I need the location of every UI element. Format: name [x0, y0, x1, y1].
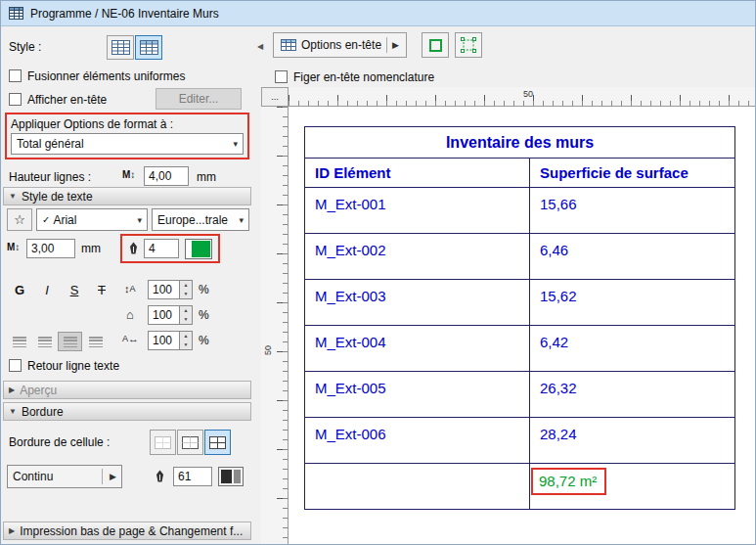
- schedule-settings-window: Programme / NE-06 Inventaire Murs Style …: [0, 0, 756, 545]
- star-icon: ☆: [14, 212, 25, 227]
- spin-up-icon[interactable]: ▲: [180, 281, 192, 290]
- bold-button[interactable]: G: [7, 279, 32, 300]
- header-options-button[interactable]: Options en-tête ▶: [273, 32, 407, 58]
- strikethrough-button[interactable]: T: [89, 279, 114, 300]
- style-variant-2-button[interactable]: [135, 35, 162, 60]
- ruler-mark-50: 50: [263, 345, 273, 355]
- uniform-settings-button[interactable]: [422, 32, 449, 58]
- cell-area[interactable]: 15,62: [530, 280, 735, 326]
- schedule-table: Inventaire des murs ID Elément Superfici…: [304, 126, 735, 510]
- line-spacing-unit: %: [199, 283, 209, 296]
- section-footer-print[interactable]: ▶ Impression bas de page & Changement f.…: [3, 522, 251, 540]
- cell-area[interactable]: 15,66: [530, 188, 735, 234]
- border-none-icon: [155, 436, 171, 449]
- ruler-options-button[interactable]: ...: [261, 87, 289, 107]
- row-height-input[interactable]: 4,00: [144, 166, 189, 186]
- spin-up-icon[interactable]: ▲: [180, 332, 192, 341]
- table-title-cell[interactable]: Inventaire des murs: [305, 127, 735, 159]
- tracking-unit: %: [199, 334, 209, 347]
- line-spacing-field[interactable]: 100 ▲ ▼: [148, 280, 193, 299]
- line-spacing-input[interactable]: 100: [148, 280, 179, 299]
- tracking-field[interactable]: 100 ▲ ▼: [148, 331, 193, 350]
- section-border[interactable]: ▼ Bordure: [3, 402, 251, 421]
- favorite-style-button[interactable]: ☆: [7, 208, 32, 231]
- border-pen-input[interactable]: 61: [173, 467, 212, 486]
- align-justify-icon: [64, 337, 77, 347]
- divider: [102, 469, 103, 484]
- column-header-area[interactable]: Superficie de surface: [530, 159, 735, 188]
- select-area-button[interactable]: [455, 32, 482, 58]
- border-outline-button[interactable]: [177, 430, 203, 455]
- schedule-canvas[interactable]: Inventaire des murs ID Elément Superfici…: [289, 107, 756, 545]
- cell-area[interactable]: 6,42: [530, 326, 735, 372]
- freeze-header-label: Figer en-tête nomenclature: [293, 70, 434, 84]
- align-right-button[interactable]: [83, 332, 108, 351]
- freeze-header-checkbox[interactable]: [275, 70, 288, 83]
- apply-format-select[interactable]: Total général ▾: [11, 133, 244, 155]
- section-preview[interactable]: ▶ Aperçu: [3, 381, 251, 399]
- align-justify-button[interactable]: [58, 332, 82, 351]
- cell-element-id[interactable]: M_Ext-001: [305, 188, 530, 234]
- underline-button[interactable]: S: [62, 279, 87, 300]
- line-type-select[interactable]: Continu ▶: [7, 465, 122, 488]
- tracking-icon: A↔: [122, 333, 139, 344]
- font-encoding-select[interactable]: Europe...trale ▾: [152, 208, 249, 231]
- italic-button[interactable]: I: [34, 279, 60, 300]
- spin-down-icon[interactable]: ▼: [180, 315, 192, 324]
- border-none-button[interactable]: [150, 430, 176, 455]
- total-empty-cell[interactable]: [305, 464, 530, 510]
- text-pen-input[interactable]: 4: [144, 239, 179, 258]
- green-marquee-icon: [461, 37, 476, 53]
- line-spacing-stepper[interactable]: ▲ ▼: [179, 280, 193, 299]
- preview-area: ◀ Options en-tête ▶ Figer en-tête nomenc…: [255, 26, 756, 545]
- line-spacing-icon: ↕A: [124, 283, 136, 295]
- text-size-unit: mm: [81, 242, 101, 255]
- spin-up-icon[interactable]: ▲: [180, 306, 192, 315]
- wrap-text-label: Retour ligne texte: [27, 359, 119, 373]
- line-weight-button[interactable]: [218, 467, 244, 486]
- text-height-icon: M↕: [122, 169, 135, 180]
- pen-color-button[interactable]: [185, 239, 212, 259]
- cell-element-id[interactable]: M_Ext-004: [305, 326, 530, 372]
- pen-color-sample: [192, 241, 210, 257]
- total-value: 98,72 m²: [531, 468, 606, 495]
- cell-element-id[interactable]: M_Ext-005: [305, 372, 530, 418]
- cell-element-id[interactable]: M_Ext-002: [305, 234, 530, 280]
- section-text-style[interactable]: ▼ Style de texte: [3, 187, 251, 205]
- style-variant-1-button[interactable]: [107, 35, 134, 60]
- border-outline-icon: [182, 436, 199, 449]
- cell-area[interactable]: 28,24: [530, 418, 735, 464]
- tracking-stepper[interactable]: ▲ ▼: [179, 331, 193, 350]
- paragraph-spacing-input[interactable]: 100: [148, 305, 179, 325]
- format-settings-panel: Style : Fusionner éléments uniformes Aff…: [1, 26, 255, 545]
- green-frame-icon: [429, 39, 442, 52]
- line-weight-sample: [221, 470, 232, 483]
- paragraph-spacing-stepper[interactable]: ▲ ▼: [179, 305, 193, 325]
- cell-element-id[interactable]: M_Ext-003: [305, 280, 530, 326]
- show-header-checkbox[interactable]: [9, 93, 22, 106]
- border-all-icon: [209, 436, 226, 449]
- text-size-input[interactable]: 3,00: [26, 239, 75, 258]
- border-all-button[interactable]: [204, 430, 231, 455]
- section-border-label: Bordure: [22, 405, 64, 419]
- window-title: Programme / NE-06 Inventaire Murs: [30, 7, 219, 21]
- collapse-panel-arrow[interactable]: ◀: [257, 42, 263, 51]
- spin-down-icon[interactable]: ▼: [180, 290, 192, 298]
- align-left-button[interactable]: [7, 332, 31, 351]
- font-family-select[interactable]: ✓ Arial ▾: [36, 208, 148, 231]
- row-height-label: Hauteur lignes :: [9, 170, 91, 184]
- style-label: Style :: [9, 40, 41, 54]
- tracking-input[interactable]: 100: [148, 331, 179, 350]
- paragraph-spacing-field[interactable]: 100 ▲ ▼: [148, 305, 193, 325]
- edit-header-button[interactable]: Editer...: [156, 88, 242, 110]
- column-header-id[interactable]: ID Elément: [305, 159, 530, 188]
- cell-area[interactable]: 6,46: [530, 234, 735, 280]
- cell-area[interactable]: 26,32: [530, 372, 735, 418]
- merge-uniform-checkbox[interactable]: [9, 69, 22, 82]
- align-center-button[interactable]: [32, 332, 57, 351]
- text-height-icon: M↕: [7, 242, 20, 252]
- cell-element-id[interactable]: M_Ext-006: [305, 418, 530, 464]
- wrap-text-checkbox[interactable]: [9, 359, 22, 372]
- total-cell[interactable]: 98,72 m²: [530, 464, 735, 510]
- spin-down-icon[interactable]: ▼: [180, 341, 192, 349]
